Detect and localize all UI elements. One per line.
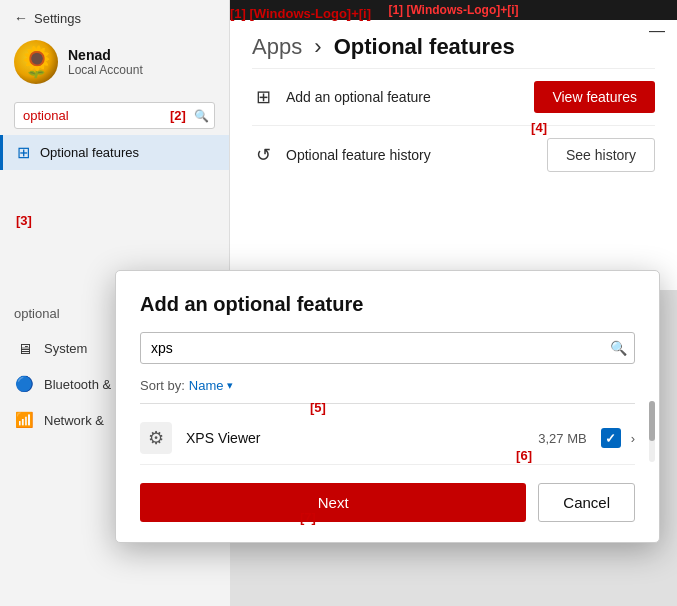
next-button[interactable]: Next [140, 483, 526, 522]
user-type: Local Account [68, 63, 143, 77]
dialog-search-input[interactable] [140, 332, 635, 364]
history-icon: ↺ [252, 144, 274, 166]
history-text: Optional feature history [286, 147, 431, 163]
add-feature-left: ⊞ Add an optional feature [252, 86, 431, 108]
network-icon: 📶 [14, 411, 34, 429]
avatar-image: 🌻 [18, 47, 55, 77]
history-left: ↺ Optional feature history [252, 144, 431, 166]
dialog-search-icon: 🔍 [610, 340, 627, 356]
see-history-button[interactable]: See history [547, 138, 655, 172]
breadcrumb-apps[interactable]: Apps [252, 34, 302, 59]
breadcrumb: Apps › Optional features [252, 34, 655, 60]
sort-label: Sort by: [140, 378, 185, 393]
feature-checkbox[interactable] [601, 428, 621, 448]
network-label: Network & [44, 413, 104, 428]
add-feature-text: Add an optional feature [286, 89, 431, 105]
add-feature-row: ⊞ Add an optional feature View features [252, 68, 655, 125]
breadcrumb-separator: › [314, 34, 321, 59]
sort-chevron-icon[interactable]: ▾ [227, 379, 233, 392]
user-name: Nenad [68, 47, 143, 63]
minimize-icon: — [649, 22, 665, 39]
bluetooth-icon: 🔵 [14, 375, 34, 393]
feature-item-name: XPS Viewer [186, 430, 538, 446]
dialog-footer: Next Cancel [140, 483, 635, 522]
breadcrumb-current: Optional features [334, 34, 515, 59]
settings-label: Settings [34, 11, 81, 26]
xps-gear-icon: ⚙ [148, 427, 164, 449]
grid-icon: ⊞ [17, 143, 30, 162]
history-row: ↺ Optional feature history See history [252, 125, 655, 184]
cancel-button[interactable]: Cancel [538, 483, 635, 522]
system-label: System [44, 341, 87, 356]
bluetooth-label: Bluetooth & [44, 377, 111, 392]
expand-chevron-icon[interactable]: › [631, 431, 635, 446]
annotation-bar: [1] [Windows-Logo]+[i] [230, 0, 677, 20]
sidebar-item-label: Optional features [40, 145, 139, 160]
main-content-top: [1] [Windows-Logo]+[i] — Apps › Optional… [230, 0, 677, 290]
search-icon: 🔍 [194, 109, 209, 123]
sort-value[interactable]: Name [189, 378, 224, 393]
view-features-button[interactable]: View features [534, 81, 655, 113]
minimize-button[interactable]: — [649, 22, 665, 40]
sidebar-item-optional-features[interactable]: ⊞ Optional features [0, 135, 229, 170]
feature-list-item-xps: ⚙ XPS Viewer 3,27 MB › [140, 412, 635, 465]
back-button[interactable]: ← Settings [0, 0, 229, 32]
back-arrow-icon: ← [14, 10, 28, 26]
feature-actions: ⊞ Add an optional feature View features … [230, 68, 677, 184]
system-icon: 🖥 [14, 340, 34, 357]
sidebar-search-wrap: 🔍 [14, 102, 215, 129]
add-optional-feature-dialog: Add an optional feature 🔍 Sort by: Name … [115, 270, 660, 543]
avatar: 🌻 [14, 40, 58, 84]
scrollbar-thumb [649, 401, 655, 441]
add-feature-icon: ⊞ [252, 86, 274, 108]
sort-bar: Sort by: Name ▾ [140, 378, 635, 393]
dialog-scrollbar[interactable] [649, 401, 655, 462]
sidebar-search-input[interactable] [14, 102, 215, 129]
feature-item-size: 3,27 MB [538, 431, 586, 446]
user-info: Nenad Local Account [68, 47, 143, 77]
feature-item-icon: ⚙ [140, 422, 172, 454]
dialog-divider [140, 403, 635, 404]
user-profile: 🌻 Nenad Local Account [0, 32, 229, 92]
sidebar: ← Settings 🌻 Nenad Local Account 🔍 ⊞ Opt… [0, 0, 230, 290]
dialog-search-wrap: 🔍 [140, 332, 635, 364]
dialog-title: Add an optional feature [140, 293, 635, 316]
